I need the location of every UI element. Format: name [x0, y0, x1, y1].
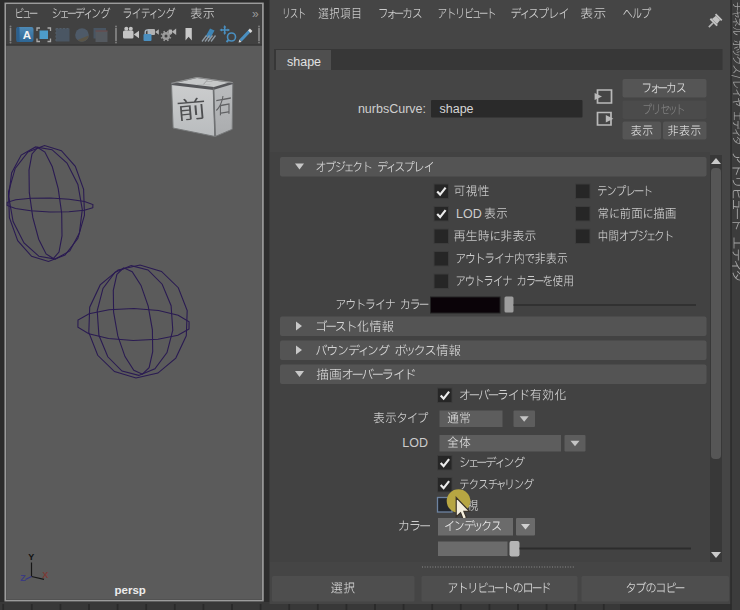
- svg-text:»: »: [252, 7, 259, 21]
- svg-text:A: A: [23, 29, 31, 41]
- svg-text:LOD: LOD: [402, 436, 428, 450]
- svg-text:LOD: LOD: [456, 207, 482, 221]
- svg-text:Y: Y: [28, 552, 34, 562]
- svg-text:X: X: [42, 570, 48, 580]
- svg-text:shape: shape: [440, 102, 474, 116]
- svg-text:nurbsCurve:: nurbsCurve:: [358, 102, 426, 116]
- svg-text:Z: Z: [20, 573, 26, 583]
- svg-text:shape: shape: [287, 55, 321, 69]
- svg-text:persp: persp: [115, 584, 146, 596]
